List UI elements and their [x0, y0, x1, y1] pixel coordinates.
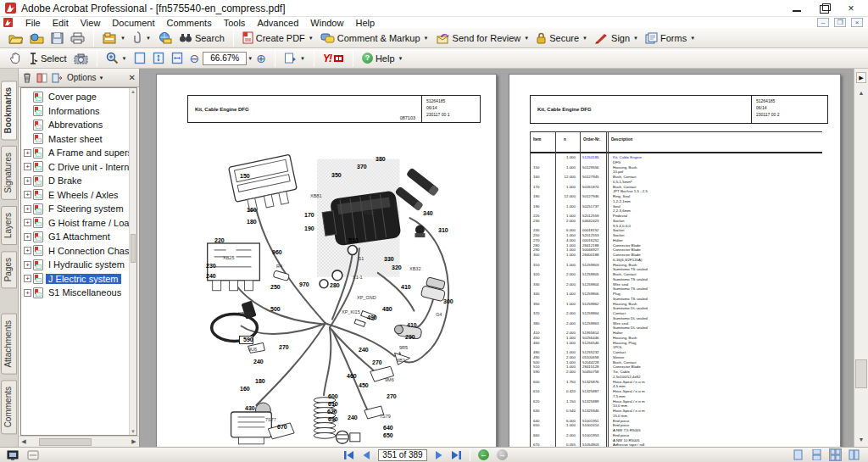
hand-tool-button[interactable] [5, 50, 25, 66]
menu-comments[interactable]: Comments [161, 18, 218, 28]
menu-edit[interactable]: Edit [47, 18, 75, 28]
scroll-right-icon[interactable]: ▶ [129, 438, 139, 445]
zoom-level-input[interactable] [203, 52, 247, 65]
fullscreen-icon[interactable] [7, 450, 19, 460]
menu-help[interactable]: Help [349, 18, 381, 28]
scroll-up-icon[interactable]: ▲ [130, 89, 136, 94]
open-web-button[interactable] [26, 31, 47, 46]
bookmark-item-s1-miscellaneous[interactable]: +S1 Miscellaneous [21, 286, 129, 300]
bookmark-item-informations[interactable]: Informations [21, 104, 129, 119]
highlight-bookmark-icon[interactable] [36, 73, 47, 83]
new-bookmark-icon[interactable] [52, 73, 63, 83]
zoom-out-button[interactable]: ⊖ [186, 51, 203, 66]
close-panel-button[interactable]: ✕ [129, 73, 136, 82]
nav-tab-layers[interactable]: Layers [1, 206, 17, 245]
expand-icon[interactable]: + [24, 289, 31, 297]
print-button[interactable] [67, 31, 88, 46]
document-vertical-scrollbar[interactable]: ▶ ▲ ▼ [854, 69, 868, 447]
secure-button[interactable]: Secure ▼ [532, 30, 591, 46]
bookmarks-vertical-scrollbar[interactable]: ▲ ▼ [129, 88, 136, 435]
menu-file[interactable]: File [19, 18, 47, 28]
select-tool-button[interactable]: Select [25, 51, 70, 66]
zoom-tool-button[interactable]: ▼ [103, 50, 131, 66]
continuous-page-button[interactable] [811, 449, 822, 460]
send-for-review-button[interactable]: Send for Review ▼ [432, 31, 533, 46]
save-button[interactable] [47, 31, 67, 46]
nav-tab-attachments[interactable]: Attachments [1, 314, 17, 375]
email-button[interactable] [154, 31, 175, 46]
zoom-in-button[interactable]: ⊕ [253, 51, 270, 66]
nav-tab-pages[interactable]: Pages [1, 251, 17, 288]
organizer-button[interactable]: ▼ [99, 31, 129, 46]
bookmark-item-abbrevations[interactable]: Abbrevations [21, 118, 129, 132]
expand-icon[interactable]: + [24, 163, 31, 170]
status-note-icon[interactable] [27, 450, 39, 460]
expand-icon[interactable]: + [24, 261, 31, 269]
bookmark-item-g1-attachment[interactable]: +G1 Attachment [21, 230, 129, 244]
scroll-up-icon[interactable]: ▲ [855, 87, 867, 98]
scroll-down-icon[interactable]: ▼ [130, 429, 136, 434]
search-button[interactable]: Search [175, 31, 228, 45]
last-page-button[interactable] [451, 450, 462, 460]
scroll-left-icon[interactable]: ◀ [19, 438, 29, 445]
expand-icon[interactable]: + [24, 247, 31, 254]
scroll-thumb[interactable] [39, 438, 92, 446]
options-menu-button[interactable]: Options ▼ [67, 73, 103, 82]
previous-page-button[interactable] [362, 450, 370, 460]
bookmarks-horizontal-scrollbar[interactable]: ◀ ▶ [19, 436, 139, 447]
expand-icon[interactable]: + [24, 233, 31, 241]
sign-button[interactable]: Sign ▼ [591, 31, 642, 46]
single-page-button[interactable] [793, 449, 804, 460]
nav-tab-signatures[interactable]: Signatures [1, 146, 17, 200]
expand-icon[interactable]: + [24, 219, 31, 226]
scroll-thumb[interactable] [855, 359, 867, 388]
next-view-button[interactable]: → [497, 449, 508, 460]
bookmark-item-master-sheet[interactable]: Master sheet [21, 132, 129, 147]
first-page-button[interactable] [343, 450, 354, 460]
bookmark-item-j-electric-system[interactable]: +J Electric system [21, 272, 129, 287]
next-page-button[interactable] [435, 450, 443, 460]
doc-restore-button[interactable]: ❐ [834, 18, 846, 27]
bookmark-item-h-connection-chassis[interactable]: +H Connection Chassis [21, 244, 129, 259]
nav-tab-bookmarks[interactable]: Bookmarks [1, 81, 17, 140]
bookmark-item-cover-page[interactable]: Cover page [21, 90, 129, 104]
continuous-facing-button[interactable] [830, 449, 841, 460]
actual-size-button[interactable] [131, 50, 149, 66]
expand-icon[interactable]: + [24, 177, 31, 185]
scroll-down-icon[interactable]: ▼ [855, 434, 867, 445]
open-button[interactable] [5, 31, 26, 46]
delete-bookmark-icon[interactable] [22, 72, 32, 83]
menu-advanced[interactable]: Advanced [251, 18, 304, 28]
forms-button[interactable]: Forms ▼ [642, 31, 698, 46]
expand-icon[interactable]: + [24, 275, 31, 282]
help-button[interactable]: ? Help ▼ [359, 51, 407, 65]
bookmark-item-f-steering-system[interactable]: +F Steering system [21, 202, 129, 216]
scroll-thumb[interactable] [131, 234, 136, 263]
bookmark-item-g-hoist-frame-load-lif[interactable]: +G Hoist frame / Load lif [21, 216, 129, 231]
document-view[interactable]: Kit, Cable Engine DFG 087103 51264185 06… [140, 69, 854, 447]
yahoo-toolbar-button[interactable]: Y! [320, 51, 348, 66]
restore-button[interactable] [819, 3, 829, 14]
fit-width-button[interactable] [168, 50, 186, 66]
doc-minimize-button[interactable]: – [817, 18, 829, 27]
bookmark-item-c-drive-unit-internal-c[interactable]: +C Drive unit - Internal c [21, 160, 129, 175]
page-display-button[interactable]: ▼ [281, 50, 309, 66]
comment-markup-button[interactable]: Comment & Markup ▼ [317, 31, 432, 46]
expand-icon[interactable]: + [24, 149, 31, 157]
doc-close-button[interactable]: × [851, 18, 863, 27]
create-pdf-button[interactable]: Create PDF ▼ [239, 30, 317, 46]
nav-tab-comments[interactable]: Comments [1, 380, 17, 434]
close-button[interactable]: × [846, 3, 856, 14]
previous-view-button[interactable]: ← [478, 449, 489, 460]
panel-expand-icon[interactable]: ▶ [856, 72, 866, 83]
bookmark-item-a-frame-and-superstru[interactable]: +A Frame and superstru [21, 146, 129, 160]
fit-page-button[interactable] [149, 50, 168, 66]
facing-page-button[interactable] [849, 449, 860, 460]
attach-button[interactable]: ▼ [129, 30, 154, 46]
menu-view[interactable]: View [75, 18, 107, 28]
minimize-button[interactable] [792, 3, 802, 14]
menu-window[interactable]: Window [304, 18, 349, 28]
expand-icon[interactable]: + [24, 205, 31, 213]
menu-document[interactable]: Document [106, 18, 160, 28]
page-number-input[interactable] [378, 449, 427, 461]
